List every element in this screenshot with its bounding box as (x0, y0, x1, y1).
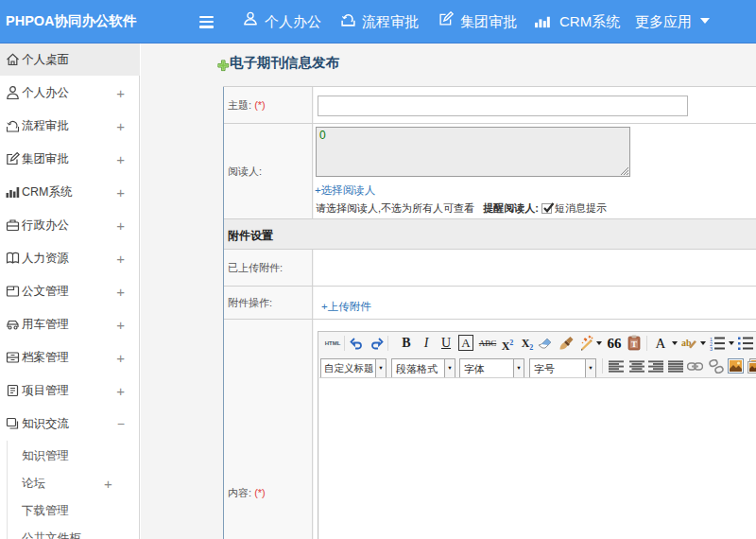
svg-text:3: 3 (710, 346, 713, 351)
svg-text:T: T (631, 339, 637, 349)
